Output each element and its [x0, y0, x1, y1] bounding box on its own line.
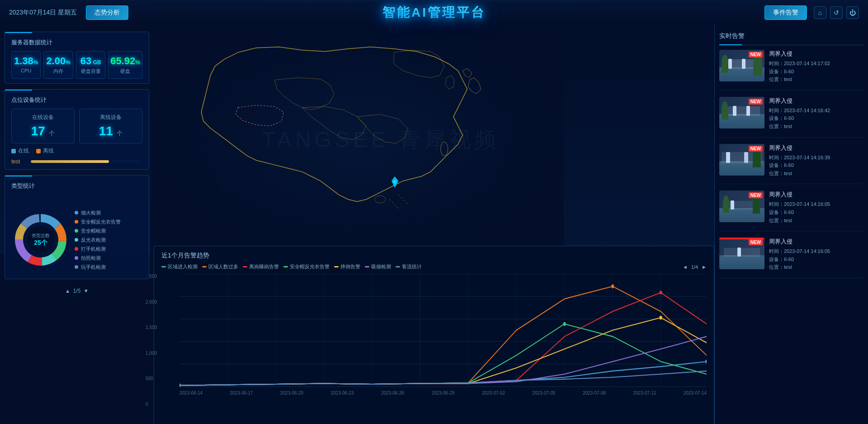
legend-dot-4 — [283, 266, 288, 267]
prev-page-icon[interactable]: ▲ — [65, 288, 71, 294]
device-stats-grid: 在线设备 17 个 离线设备 11 个 — [11, 109, 142, 143]
alert-type-3: 周界入侵 — [769, 144, 863, 152]
type-dot-1 — [75, 211, 78, 214]
svg-point-36 — [563, 322, 566, 326]
analysis-button[interactable]: 态势分析 — [86, 5, 128, 20]
page-info: 1/5 — [73, 288, 81, 294]
realtime-alert-title: 实时告警 — [719, 29, 863, 45]
legend-dot-3 — [243, 266, 247, 267]
type-dot-6 — [75, 256, 78, 260]
svg-point-33 — [705, 360, 707, 363]
legend-item-2: 区域人数过多 — [202, 263, 238, 270]
legend-dot-2 — [202, 266, 207, 267]
type-legend-item-2: 安全帽反光衣告警 — [75, 219, 142, 225]
device-legend: 在线 离线 — [11, 147, 142, 155]
memory-stat: 2.00% 内存 — [43, 51, 73, 79]
online-unit: 个 — [49, 130, 55, 137]
bottom-chart-panel: 近1个月告警趋势 区域进入检测 区域人数过多 离岗睡岗告警 安全帽反光衣告警 摔… — [154, 246, 714, 424]
alert-item-4: NEW 周界入侵 时间：2023-07-14 14:16:05 设备：II-60… — [719, 191, 863, 231]
disk-stat: 65.92% 硬盘 — [108, 51, 142, 79]
online-devices: 在线设备 17 个 — [11, 109, 75, 143]
alert-info-5: 周界入侵 时间：2023-07-14 14:16:05 设备：II-60 位置：… — [769, 238, 863, 272]
offline-devices: 离线设备 11 个 — [79, 109, 142, 143]
type-stats-card: 类型统计 类型总数 25个 — [5, 175, 149, 279]
alert-thumb-1: NEW — [719, 50, 764, 81]
location-name: test — [11, 158, 27, 165]
alert-badge-4: NEW — [749, 192, 763, 198]
alert-type-4: 周界入侵 — [769, 191, 863, 199]
online-legend-label: 在线 — [18, 147, 29, 155]
type-dot-3 — [75, 229, 78, 233]
disk-capacity-value: 63 GB — [78, 55, 103, 67]
type-legend-item-5: 打手机检测 — [75, 246, 142, 252]
legend-item-1: 区域进入检测 — [161, 263, 198, 270]
online-legend-dot — [11, 149, 16, 153]
alert-type-2: 周界入侵 — [769, 97, 863, 105]
offline-legend-label: 离线 — [43, 147, 54, 155]
location-item: test — [11, 158, 142, 165]
prev-chart-icon[interactable]: ◄ — [683, 264, 688, 270]
alert-info-2: 周界入侵 时间：2023-07-14 14:16:42 设备：II-60 位置：… — [769, 97, 863, 131]
device-stats-title: 点位设备统计 — [11, 94, 142, 104]
offline-legend: 离线 — [36, 147, 54, 155]
legend-dot-1 — [161, 266, 166, 267]
chart-wrapper: 2,500 2,000 1,500 1,000 500 0 — [161, 274, 707, 407]
legend-item-4: 安全帽反光衣告警 — [283, 263, 330, 270]
alert-badge-3: NEW — [749, 146, 763, 152]
alert-type-1: 周界入侵 — [769, 50, 863, 58]
type-stats-title: 类型统计 — [11, 180, 142, 190]
header-left: 2023年07月14日 星期五 态势分析 — [9, 5, 128, 20]
type-dot-5 — [75, 247, 78, 251]
location-progress-fill — [31, 160, 109, 163]
device-stats-card: 点位设备统计 在线设备 17 个 离线设备 11 个 在线 — [5, 89, 149, 170]
chart-x-labels: 2023-06-14 2023-06-17 2023-06-20 2023-06… — [179, 391, 707, 395]
type-dot-4 — [75, 238, 78, 242]
offline-unit: 个 — [117, 130, 123, 137]
alert-info-4: 周界入侵 时间：2023-07-14 14:16:05 设备：II-60 位置：… — [769, 191, 863, 224]
alert-meta-2: 时间：2023-07-14 14:16:42 设备：II-60 位置：test — [769, 107, 863, 131]
alert-item-5: NEW 周界入侵 时间：2023-07-14 14:16:05 设备：II-60… — [719, 238, 863, 278]
alert-meta-5: 时间：2023-07-14 14:16:05 设备：II-60 位置：test — [769, 248, 863, 272]
alert-meta-3: 时间：2023-07-14 14:16:39 设备：II-60 位置：test — [769, 154, 863, 178]
offline-label: 离线设备 — [84, 114, 137, 121]
cpu-value: 1.38% — [14, 55, 38, 67]
alert-badge-2: NEW — [749, 99, 763, 105]
svg-rect-9 — [151, 25, 564, 254]
donut-chart: 类型总数 25个 — [11, 210, 70, 269]
alert-thumb-4: NEW — [719, 191, 764, 222]
donut-total-value: 25个 — [32, 239, 50, 247]
alert-meta-1: 时间：2023-07-14 14:17:02 设备：II-60 位置：test — [769, 60, 863, 84]
svg-point-35 — [660, 291, 662, 295]
alert-button[interactable]: 事件告警 — [764, 5, 807, 20]
alert-info-3: 周界入侵 时间：2023-07-14 14:16:39 设备：II-60 位置：… — [769, 144, 863, 178]
chart-legend: 区域进入检测 区域人数过多 离岗睡岗告警 安全帽反光衣告警 摔倒告警 吸烟检测 … — [161, 263, 707, 270]
type-legend-item-7: 玩手机检测 — [75, 264, 142, 271]
type-dot-7 — [75, 265, 78, 269]
server-stats-card: 服务器数据统计 1.38% CPU 2.00% 内存 63 GB 硬盘容量 — [5, 32, 149, 84]
alert-item-1: NEW 周界入侵 时间：2023-07-14 14:17:02 设备：II-60… — [719, 50, 863, 91]
header-right: 事件告警 ⌂ ↺ ⏻ — [764, 5, 859, 20]
power-icon[interactable]: ⏻ — [846, 6, 859, 19]
line-chart-svg — [179, 274, 707, 387]
header: 2023年07月14日 星期五 态势分析 智能AI管理平台 事件告警 ⌂ ↺ ⏻ — [0, 0, 868, 25]
next-page-icon[interactable]: ▼ — [83, 288, 89, 294]
online-label: 在线设备 — [16, 114, 70, 121]
right-panel: 实时告警 NEW 周界入侵 时间：2023-07-14 14:17:02 设备：… — [714, 25, 868, 424]
alert-item-2: NEW 周界入侵 时间：2023-07-14 14:16:42 设备：II-60… — [719, 97, 863, 138]
legend-item-6: 吸烟检测 — [365, 263, 391, 270]
type-dot-2 — [75, 220, 78, 224]
alert-badge-1: NEW — [749, 52, 763, 57]
home-icon[interactable]: ⌂ — [814, 6, 826, 19]
chart-title: 近1个月告警趋势 — [161, 252, 707, 260]
legend-pagination: ◄ 1/4 ► — [683, 264, 707, 270]
type-legend-item-4: 反光衣检测 — [75, 237, 142, 243]
refresh-icon[interactable]: ↺ — [830, 6, 843, 19]
donut-total-label: 类型总数 — [32, 233, 50, 239]
next-chart-icon[interactable]: ► — [702, 264, 707, 270]
alert-type-5: 周界入侵 — [769, 238, 863, 246]
online-count: 17 — [31, 124, 45, 138]
alert-info-1: 周界入侵 时间：2023-07-14 14:17:02 设备：II-60 位置：… — [769, 50, 863, 84]
left-panel: 服务器数据统计 1.38% CPU 2.00% 内存 63 GB 硬盘容量 — [0, 27, 154, 424]
type-legend-item-3: 安全帽检测 — [75, 228, 142, 234]
type-panel: 类型总数 25个 烟火检测 安全帽反光衣告警 安全帽检测 — [11, 195, 142, 285]
